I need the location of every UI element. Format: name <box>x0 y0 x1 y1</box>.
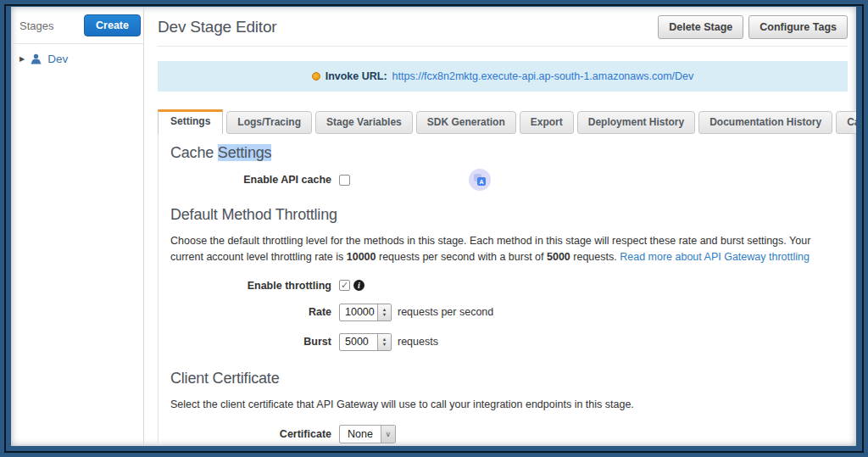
sidebar-title: Stages <box>19 20 53 32</box>
stage-icon <box>30 53 42 64</box>
burst-input[interactable]: 5000 ▲▼ <box>339 333 392 351</box>
invoke-url-banner: Invoke URL: https://fcx8n2mktg.execute-a… <box>158 61 848 92</box>
client-certificate-heading: Client Certificate <box>170 370 848 387</box>
account-rate-value: 10000 <box>347 251 376 263</box>
translate-overlay-badge[interactable]: A <box>469 169 491 191</box>
certificate-row: Certificate None ∨ <box>170 425 848 443</box>
stages-sidebar: Stages Create ▶ Dev <box>11 7 144 446</box>
read-more-throttling-link[interactable]: Read more about API Gateway throttling <box>620 251 810 263</box>
header-buttons: Delete Stage Configure Tags <box>658 15 848 39</box>
rate-label: Rate <box>170 306 331 318</box>
sidebar-header: Stages Create <box>11 7 143 44</box>
tab-documentation-history[interactable]: Documentation History <box>698 111 832 134</box>
burst-suffix: requests <box>398 336 438 348</box>
cache-settings-heading-word1: Cache <box>170 144 214 161</box>
invoke-url-label: Invoke URL: <box>326 70 387 82</box>
client-certificate-description: Select the client certificate that API G… <box>170 397 821 413</box>
throttling-description: Choose the default throttling level for … <box>170 233 821 265</box>
burst-label: Burst <box>170 336 331 348</box>
info-icon[interactable]: i <box>353 280 364 291</box>
spinner-down-icon[interactable]: ▼ <box>382 342 387 347</box>
spinner-down-icon[interactable]: ▼ <box>382 312 387 317</box>
tab-export[interactable]: Export <box>520 111 574 134</box>
chevron-down-icon[interactable]: ∨ <box>381 426 395 443</box>
certificate-select-value[interactable]: None <box>340 426 381 443</box>
tab-logs-tracing[interactable]: Logs/Tracing <box>226 111 312 134</box>
enable-api-cache-label: Enable API cache <box>170 174 331 186</box>
invoke-url-link[interactable]: https://fcx8n2mktg.execute-api.ap-south-… <box>392 70 694 82</box>
delete-stage-button[interactable]: Delete Stage <box>658 15 743 39</box>
app-window: Stages Create ▶ Dev Dev Stage Editor Del… <box>11 7 856 446</box>
main-panel: Dev Stage Editor Delete Stage Configure … <box>144 7 856 446</box>
account-burst-value: 5000 <box>547 251 570 263</box>
cache-settings-heading-word2-selected: Settings <box>218 144 271 161</box>
tab-deployment-history[interactable]: Deployment History <box>577 111 695 134</box>
configure-tags-button[interactable]: Configure Tags <box>748 15 848 39</box>
enable-api-cache-row: Enable API cache A <box>170 174 848 186</box>
status-dot-icon <box>312 72 320 81</box>
stage-dev-label[interactable]: Dev <box>47 53 68 65</box>
cache-settings-heading: Cache Settings <box>170 144 848 162</box>
rate-input[interactable]: 10000 ▲▼ <box>339 304 392 321</box>
rate-input-value[interactable]: 10000 <box>340 304 377 320</box>
sidebar-item-dev-stage[interactable]: ▶ Dev <box>11 44 143 74</box>
enable-throttling-label: Enable throttling <box>170 280 331 292</box>
certificate-select[interactable]: None ∨ <box>339 425 396 443</box>
tab-stage-variables[interactable]: Stage Variables <box>315 111 413 134</box>
main-header: Dev Stage Editor Delete Stage Configure … <box>158 7 848 47</box>
tab-canary[interactable]: Canary <box>836 111 856 134</box>
throttling-heading: Default Method Throttling <box>170 206 848 224</box>
settings-tab-pane: Cache Settings Enable API cache A Defaul… <box>158 134 848 446</box>
rate-row: Rate 10000 ▲▼ requests per second <box>170 304 848 321</box>
enable-throttling-checkbox[interactable]: ✓ <box>339 280 350 291</box>
translate-icon: A <box>474 174 486 186</box>
page-title: Dev Stage Editor <box>158 18 276 36</box>
create-stage-button[interactable]: Create <box>84 14 141 36</box>
caret-right-icon[interactable]: ▶ <box>19 55 25 63</box>
stage-editor-tabs: Settings Logs/Tracing Stage Variables SD… <box>158 109 848 134</box>
tab-settings[interactable]: Settings <box>158 109 223 134</box>
certificate-label: Certificate <box>170 428 331 440</box>
enable-throttling-row: Enable throttling ✓ i <box>170 280 848 292</box>
burst-spinner[interactable]: ▲▼ <box>377 334 391 350</box>
burst-input-value[interactable]: 5000 <box>340 334 377 350</box>
tab-sdk-generation[interactable]: SDK Generation <box>416 111 516 134</box>
burst-row: Burst 5000 ▲▼ requests <box>170 333 848 351</box>
enable-api-cache-checkbox[interactable] <box>339 175 350 186</box>
rate-spinner[interactable]: ▲▼ <box>377 304 391 320</box>
rate-suffix: requests per second <box>398 306 493 318</box>
